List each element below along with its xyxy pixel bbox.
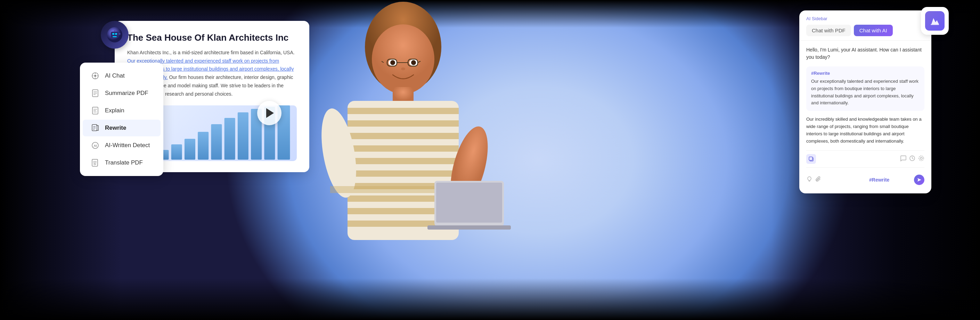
settings-icon[interactable] — [918, 155, 924, 163]
svg-point-31 — [94, 163, 95, 165]
ai-actions — [806, 150, 924, 168]
svg-rect-36 — [171, 144, 182, 160]
svg-rect-50 — [347, 120, 459, 126]
play-triangle-icon — [266, 108, 274, 118]
doc-body-start: Khan Architects Inc., is a mid-sized arc… — [127, 50, 295, 55]
sidebar-panel: AI Chat Summarize PDF Explain — [80, 62, 163, 176]
svg-point-9 — [94, 75, 96, 77]
ai-input-tag[interactable]: #Rewrite — [869, 177, 911, 182]
attachment-icon[interactable] — [815, 176, 821, 184]
message-icon[interactable] — [900, 155, 906, 163]
copy-action-icon[interactable] — [806, 154, 816, 164]
lightbulb-icon — [806, 176, 813, 184]
svg-rect-39 — [211, 124, 222, 160]
svg-rect-53 — [347, 158, 459, 164]
person-image — [285, 0, 528, 320]
robot-badge — [101, 21, 129, 49]
sidebar-item-summarize[interactable]: Summarize PDF — [83, 85, 161, 102]
app-icon[interactable] — [921, 7, 949, 35]
ai-sidebar-label: AI Sidebar — [806, 16, 924, 21]
svg-point-78 — [920, 157, 922, 159]
svg-rect-76 — [809, 157, 813, 160]
svg-rect-41 — [238, 112, 248, 160]
sidebar-item-ai-detect[interactable]: AI AI-Written Detect — [83, 137, 161, 154]
svg-rect-51 — [347, 133, 459, 139]
ai-action-left — [806, 154, 816, 164]
svg-rect-81 — [931, 24, 939, 25]
svg-rect-5 — [114, 30, 115, 32]
ai-tabs: Chat with PDF Chat with AI — [806, 25, 924, 36]
ai-input-row: #Rewrite — [806, 172, 924, 188]
sidebar-label-ai-detect: AI-Written Detect — [105, 142, 150, 149]
sidebar-item-explain[interactable]: Explain — [83, 102, 161, 119]
sidebar-item-translate[interactable]: Translate PDF — [83, 154, 161, 171]
ai-detect-icon: AI — [91, 141, 100, 150]
send-button[interactable] — [914, 174, 924, 185]
clock-icon[interactable] — [909, 155, 915, 163]
translate-icon — [91, 158, 100, 168]
video-play-button[interactable] — [257, 101, 282, 125]
rewrite-icon — [91, 123, 100, 133]
svg-rect-4 — [113, 36, 117, 37]
sidebar-item-rewrite[interactable]: Rewrite — [83, 120, 161, 136]
svg-rect-54 — [347, 170, 459, 177]
svg-point-68 — [411, 60, 416, 65]
svg-text:AI: AI — [94, 144, 97, 147]
svg-rect-49 — [347, 108, 459, 114]
svg-rect-3 — [115, 33, 117, 35]
svg-rect-52 — [347, 146, 459, 152]
sidebar-label-translate: Translate PDF — [105, 159, 143, 166]
svg-rect-38 — [198, 132, 208, 160]
svg-rect-63 — [436, 182, 502, 222]
ai-rewrite-block-1: #Rewrite Our exceptionally talented and … — [806, 66, 924, 111]
sidebar-item-ai-chat[interactable]: AI Chat — [83, 67, 161, 84]
ai-chat-icon — [91, 71, 100, 81]
ai-rewrite-tag-1: #Rewrite — [811, 70, 920, 76]
tab-chat-ai[interactable]: Chat with AI — [854, 25, 893, 36]
svg-rect-7 — [118, 34, 121, 34]
svg-point-74 — [401, 67, 405, 70]
ai-greeting: Hello, I'm Lumi, your AI assistant. How … — [806, 46, 924, 61]
tab-chat-pdf[interactable]: Chat with PDF — [806, 25, 851, 36]
ai-sidebar-header: AI Sidebar Chat with PDF Chat with AI — [799, 10, 931, 41]
svg-rect-40 — [224, 118, 235, 160]
ai-sidebar-body: Hello, I'm Lumi, your AI assistant. How … — [799, 41, 931, 194]
sidebar-label-rewrite: Rewrite — [105, 125, 126, 131]
explain-icon — [91, 106, 100, 115]
ai-response-text: Our incredibly skilled and knowledgeable… — [806, 116, 924, 145]
svg-rect-64 — [428, 226, 511, 230]
svg-rect-6 — [109, 34, 111, 34]
ai-action-right — [900, 155, 924, 163]
svg-point-79 — [919, 156, 924, 161]
ai-rewrite-text-1: Our exceptionally talented and experienc… — [811, 78, 920, 107]
svg-point-46 — [372, 24, 434, 94]
svg-point-66 — [390, 60, 395, 65]
sidebar-label-ai-chat: AI Chat — [105, 72, 125, 79]
svg-rect-60 — [330, 186, 441, 193]
svg-rect-2 — [112, 33, 115, 35]
svg-rect-22 — [92, 125, 97, 131]
ai-sidebar: AI Sidebar Chat with PDF Chat with AI He… — [799, 10, 931, 194]
svg-rect-37 — [185, 139, 195, 160]
summarize-icon — [91, 88, 100, 98]
document-title: The Sea House Of Klan Architects Inc — [127, 32, 297, 44]
sidebar-label-summarize: Summarize PDF — [105, 90, 148, 97]
robot-icon — [101, 21, 129, 49]
app-icon-inner — [925, 11, 945, 30]
sidebar-label-explain: Explain — [105, 107, 124, 114]
